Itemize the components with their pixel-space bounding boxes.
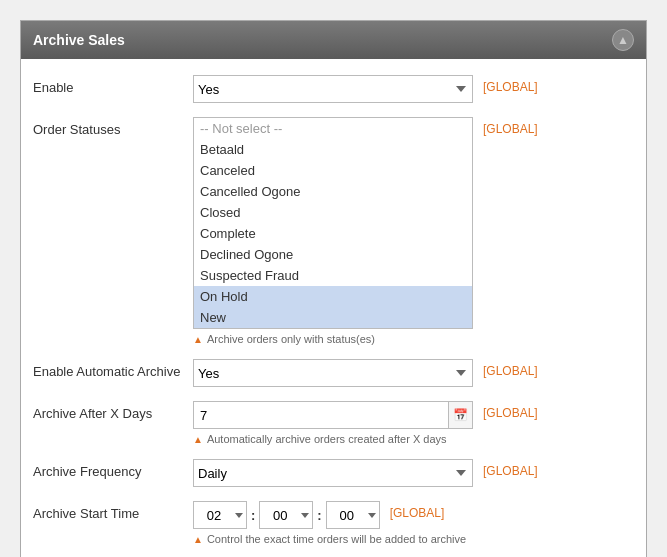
time-min1-select[interactable]: 000510 152025 303540 455055 [259,501,313,529]
order-statuses-label: Order Statuses [33,117,193,137]
archive-start-time-control-row: 000102 030405 060708 091011 121314 15161… [193,501,634,529]
archive-sales-panel: Archive Sales ▲ Enable Yes No [GLOBAL] O… [20,20,647,557]
archive-after-days-hint-text: Automatically archive orders created aft… [207,433,447,445]
list-item[interactable]: Cancelled Ogone [194,181,472,202]
enable-global: [GLOBAL] [483,75,538,94]
panel-header: Archive Sales ▲ [21,21,646,59]
enable-auto-archive-select[interactable]: Yes No [193,359,473,387]
archive-start-time-hint: ▲ Control the exact time orders will be … [193,533,466,545]
archive-start-time-wrap: 000102 030405 060708 091011 121314 15161… [193,501,634,545]
hint-triangle-icon: ▲ [193,434,203,445]
archive-frequency-control-row: Daily Weekly Monthly [GLOBAL] [193,459,634,487]
archive-after-days-wrap: 📅 [GLOBAL] ▲ Automatically archive order… [193,401,634,445]
enable-auto-archive-control-row: Yes No [GLOBAL] [193,359,634,387]
archive-frequency-global: [GLOBAL] [483,459,538,478]
panel-title: Archive Sales [33,32,125,48]
archive-frequency-row: Archive Frequency Daily Weekly Monthly [… [33,459,634,487]
list-item[interactable]: -- Not select -- [194,118,472,139]
calendar-icon[interactable]: 📅 [448,402,472,428]
time-min2-select[interactable]: 000510 152025 303540 455055 [326,501,380,529]
archive-frequency-select[interactable]: Daily Weekly Monthly [193,459,473,487]
order-statuses-hint-text: Archive orders only with status(es) [207,333,375,345]
header-arrow-icon: ▲ [617,33,629,47]
time-inputs-wrap: 000102 030405 060708 091011 121314 15161… [193,501,380,529]
enable-control-wrap: Yes No [GLOBAL] [193,75,634,103]
archive-after-days-control-row: 📅 [GLOBAL] [193,401,634,429]
list-item[interactable]: Suspected Fraud [194,265,472,286]
enable-auto-archive-row: Enable Automatic Archive Yes No [GLOBAL] [33,359,634,387]
order-statuses-control-wrap: -- Not select -- Betaald Canceled Cancel… [193,117,634,345]
enable-auto-archive-global: [GLOBAL] [483,359,538,378]
list-item[interactable]: Complete [194,223,472,244]
order-statuses-control-row: -- Not select -- Betaald Canceled Cancel… [193,117,634,329]
archive-start-time-hint-text: Control the exact time orders will be ad… [207,533,466,545]
order-statuses-global: [GLOBAL] [483,117,538,136]
hint-triangle-icon: ▲ [193,534,203,545]
panel-header-icon[interactable]: ▲ [612,29,634,51]
archive-start-time-row: Archive Start Time 000102 030405 060708 … [33,501,634,545]
archive-start-time-global: [GLOBAL] [390,501,445,520]
enable-row: Enable Yes No [GLOBAL] [33,75,634,103]
list-item[interactable]: Declined Ogone [194,244,472,265]
list-item[interactable]: Canceled [194,160,472,181]
archive-after-days-hint: ▲ Automatically archive orders created a… [193,433,447,445]
enable-auto-archive-wrap: Yes No [GLOBAL] [193,359,634,387]
list-item[interactable]: Betaald [194,139,472,160]
enable-label: Enable [33,75,193,95]
archive-after-days-label: Archive After X Days [33,401,193,421]
order-statuses-hint: ▲ Archive orders only with status(es) [193,333,375,345]
archive-days-input[interactable] [194,406,448,425]
hint-triangle-icon: ▲ [193,334,203,345]
time-separator-2: : [317,508,321,523]
archive-frequency-label: Archive Frequency [33,459,193,479]
archive-frequency-wrap: Daily Weekly Monthly [GLOBAL] [193,459,634,487]
list-item[interactable]: On Hold [194,286,472,307]
time-separator-1: : [251,508,255,523]
list-item[interactable]: New [194,307,472,328]
archive-after-days-global: [GLOBAL] [483,401,538,420]
order-statuses-row: Order Statuses -- Not select -- Betaald … [33,117,634,345]
enable-select[interactable]: Yes No [193,75,473,103]
archive-after-days-row: Archive After X Days 📅 [GLOBAL] ▲ Automa… [33,401,634,445]
enable-auto-archive-label: Enable Automatic Archive [33,359,193,379]
order-statuses-multiselect[interactable]: -- Not select -- Betaald Canceled Cancel… [193,117,473,329]
panel-body: Enable Yes No [GLOBAL] Order Statuses --… [21,59,646,557]
time-hour-select[interactable]: 000102 030405 060708 091011 121314 15161… [193,501,247,529]
list-item[interactable]: Closed [194,202,472,223]
archive-start-time-label: Archive Start Time [33,501,193,521]
archive-days-input-wrap: 📅 [193,401,473,429]
enable-control-row: Yes No [GLOBAL] [193,75,634,103]
